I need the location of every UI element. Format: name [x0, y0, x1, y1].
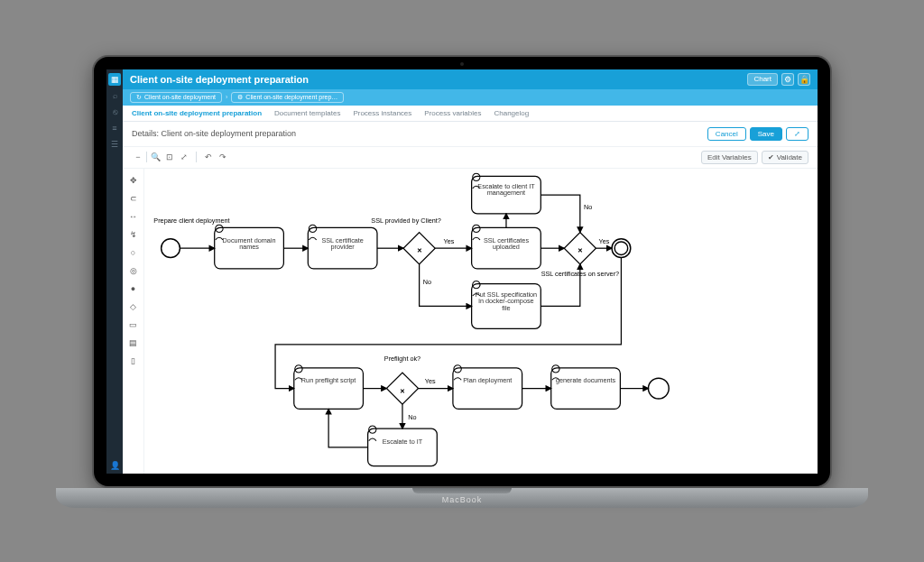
tab-doc-templates[interactable]: Document templates	[274, 109, 340, 117]
svg-text:✕: ✕	[578, 246, 583, 254]
start-event-label: Prepare client deployment	[153, 217, 229, 225]
svg-text:Yes: Yes	[444, 237, 455, 245]
tab-process-variables[interactable]: Process variables	[424, 109, 481, 117]
tabbar: Client on-site deployment preparation Do…	[123, 106, 818, 122]
save-button[interactable]: Save	[750, 127, 782, 141]
svg-text:✕: ✕	[400, 386, 405, 394]
macbook-base: MacBook	[56, 488, 868, 508]
end-event[interactable]	[648, 378, 669, 399]
task-escalate-client[interactable]: Escalate to client IT management	[472, 173, 541, 214]
palette-gateway-icon[interactable]: ◇	[127, 300, 140, 313]
undo-icon[interactable]: ↶	[202, 151, 215, 163]
tab-changelog[interactable]: Changelog	[494, 109, 529, 117]
sidebar-user-icon[interactable]: 👤	[108, 459, 121, 472]
sidebar-home-icon[interactable]: ▦	[108, 73, 121, 86]
bpmn-svg: Prepare client deployment Document domai…	[144, 169, 818, 474]
svg-point-10	[614, 241, 628, 254]
palette-intermediate-event-icon[interactable]: ◎	[127, 264, 140, 277]
editor-toolbar: − 🔍 ⊡ ⤢ ↶ ↷ Edit Variables	[123, 147, 818, 169]
tab-process-instances[interactable]: Process instances	[353, 109, 411, 117]
gateway-ssl-client-label: SSL provided by Client?	[371, 217, 441, 225]
refresh-icon: ↻	[136, 94, 142, 101]
zoom-in-icon[interactable]: 🔍	[149, 151, 162, 163]
gateway-preflight-label: Preflight ok?	[384, 354, 420, 362]
element-palette: ✥ ⊂ ↔ ↯ ○ ◎ ● ◇ ▭ ▤ ▯	[123, 169, 144, 474]
palette-task-icon[interactable]: ▭	[127, 318, 140, 331]
fit-icon[interactable]: ⤢	[178, 151, 190, 163]
gateway-ssl-client[interactable]: ✕	[403, 232, 435, 263]
macbook-logo: MacBook	[442, 495, 483, 504]
expand-button[interactable]: ⤢	[786, 127, 808, 141]
flow-icon: ⚙	[237, 94, 243, 101]
palette-lasso-icon[interactable]: ⊂	[127, 192, 140, 205]
svg-text:✕: ✕	[417, 246, 422, 254]
task-ssl-provider[interactable]: SSL certificate provider	[308, 225, 377, 269]
validate-button[interactable]: ✔Validate	[762, 151, 808, 164]
task-plan[interactable]: Plan deployment	[453, 364, 522, 409]
details-label: Details: Client on-site deployment prepa…	[132, 129, 296, 138]
start-event[interactable]	[162, 238, 180, 257]
task-gen-docs[interactable]: generate documents	[551, 364, 621, 409]
palette-start-event-icon[interactable]: ○	[127, 246, 140, 259]
lock-icon[interactable]: 🔒	[798, 73, 810, 86]
palette-hand-icon[interactable]: ✥	[127, 174, 140, 187]
svg-text:Yes: Yes	[599, 237, 610, 245]
intermediate-event[interactable]	[612, 238, 631, 257]
chevron-right-icon: ›	[226, 94, 227, 100]
breadcrumb: ↻ Client on-site deployment › ⚙ Client o…	[123, 89, 818, 106]
palette-space-icon[interactable]: ↔	[127, 210, 140, 223]
camera-dot	[460, 62, 464, 66]
app-header: Client on-site deployment preparation Ch…	[123, 69, 818, 89]
breadcrumb-item-1[interactable]: ↻ Client on-site deployment	[130, 92, 222, 103]
palette-pool-icon[interactable]: ▯	[127, 355, 140, 367]
palette-end-event-icon[interactable]: ●	[127, 282, 140, 295]
zoom-reset-icon[interactable]: ⊡	[163, 151, 176, 163]
sidebar-flow-icon[interactable]: ⎋	[108, 106, 121, 118]
svg-text:No: No	[584, 202, 592, 210]
sidebar-stack-icon[interactable]: ≡	[108, 122, 121, 134]
check-icon: ✔	[768, 153, 774, 161]
edit-variables-button[interactable]: Edit Variables	[701, 151, 758, 164]
page-title: Client on-site deployment preparation	[130, 74, 309, 85]
task-escalate-it[interactable]: Escalate to IT	[368, 426, 438, 466]
task-preflight[interactable]: Run preflight script	[294, 364, 364, 409]
sidebar-list-icon[interactable]: ☰	[108, 138, 121, 151]
zoom-out-icon[interactable]: −	[132, 151, 144, 163]
cancel-button[interactable]: Cancel	[707, 127, 746, 141]
svg-text:Yes: Yes	[425, 377, 436, 385]
svg-text:No: No	[408, 412, 416, 420]
sidebar-search-icon[interactable]: ⌕	[108, 89, 121, 102]
gateway-ssl-server[interactable]: ✕	[564, 232, 596, 263]
task-document-domain[interactable]: Document domain names	[215, 225, 284, 269]
details-bar: Details: Client on-site deployment prepa…	[123, 122, 818, 147]
breadcrumb-item-2[interactable]: ⚙ Client on-site deployment prep…	[231, 92, 344, 103]
tab-main[interactable]: Client on-site deployment preparation	[132, 109, 262, 117]
palette-data-icon[interactable]: ▤	[127, 336, 140, 349]
settings-icon[interactable]: ⚙	[781, 73, 794, 86]
task-docker[interactable]: Put SSL specification in docker-compose …	[472, 281, 541, 328]
task-ssl-uploaded[interactable]: SSL certificates uploaded	[472, 225, 541, 269]
app-sidebar: ▦ ⌕ ⎋ ≡ ☰ 👤	[106, 69, 123, 474]
gateway-preflight[interactable]: ✕	[386, 373, 418, 404]
svg-text:No: No	[423, 277, 431, 285]
redo-icon[interactable]: ↷	[217, 151, 229, 163]
chart-button[interactable]: Chart	[747, 73, 778, 86]
bpmn-canvas[interactable]: Prepare client deployment Document domai…	[144, 169, 818, 474]
palette-connect-icon[interactable]: ↯	[127, 228, 140, 241]
